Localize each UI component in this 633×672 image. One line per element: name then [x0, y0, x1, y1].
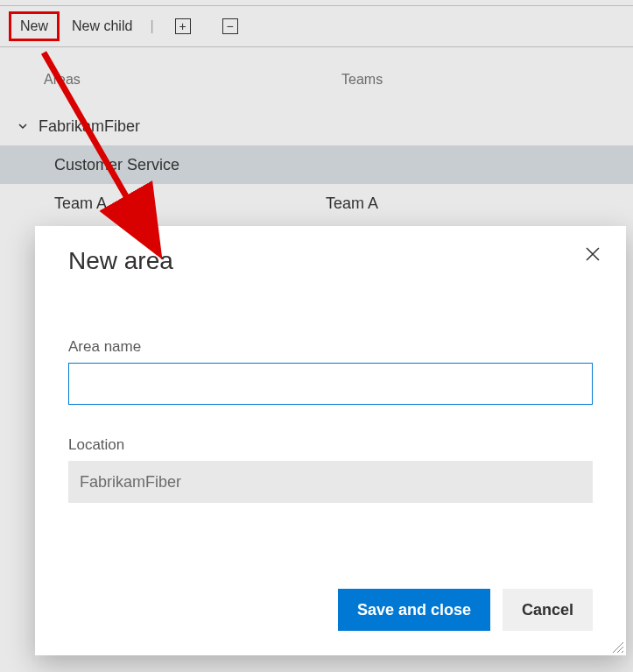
- new-area-dialog: New area Area name Location Save and clo…: [35, 226, 626, 655]
- areas-table: Areas Teams FabrikamFiber Customer Servi…: [0, 47, 633, 223]
- new-child-button[interactable]: New child: [60, 11, 144, 41]
- toolbar: New New child | + −: [0, 5, 633, 47]
- collapse-icon[interactable]: −: [222, 18, 238, 34]
- column-header-areas[interactable]: Areas: [44, 72, 341, 88]
- save-and-close-button[interactable]: Save and close: [338, 589, 490, 631]
- new-button[interactable]: New: [9, 11, 60, 41]
- new-child-button-label: New child: [72, 18, 132, 34]
- team-cell: Team A: [326, 195, 378, 213]
- tree-node-label: Team A: [54, 195, 326, 213]
- dialog-title: New area: [68, 247, 593, 275]
- chevron-down-icon[interactable]: [18, 121, 33, 131]
- column-header-teams[interactable]: Teams: [341, 72, 383, 88]
- new-button-label: New: [20, 18, 48, 34]
- dialog-actions: Save and close Cancel: [338, 589, 593, 631]
- area-name-label: Area name: [68, 338, 593, 356]
- cancel-button[interactable]: Cancel: [503, 589, 593, 631]
- close-icon[interactable]: [584, 245, 605, 266]
- table-row[interactable]: Team A Team A: [0, 184, 633, 223]
- location-label: Location: [68, 436, 593, 454]
- table-header-row: Areas Teams: [0, 72, 633, 88]
- resize-grip-icon[interactable]: [612, 641, 624, 654]
- tree-node-label: Customer Service: [54, 156, 326, 174]
- area-name-input[interactable]: [68, 363, 593, 405]
- location-input[interactable]: [68, 461, 593, 503]
- expand-icon[interactable]: +: [175, 18, 191, 34]
- tree-root-label: FabrikamFiber: [39, 117, 310, 136]
- toolbar-separator: |: [150, 18, 153, 34]
- tree-root-row[interactable]: FabrikamFiber: [0, 107, 633, 145]
- table-row[interactable]: Customer Service: [0, 145, 633, 184]
